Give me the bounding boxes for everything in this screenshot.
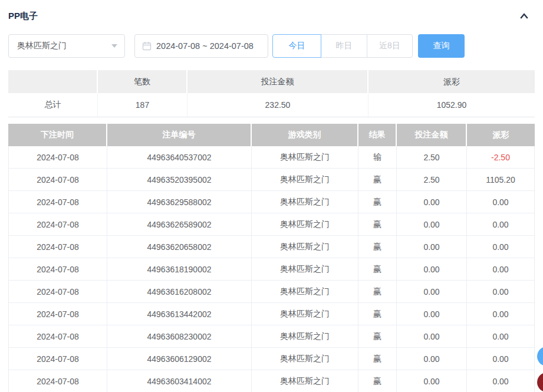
col-header-order-id: 注单编号 [107, 124, 252, 146]
summary-total-label: 总计 [8, 93, 98, 117]
bet-amount-cell: 0.00 [397, 236, 467, 258]
col-header-bet-time: 下注时间 [8, 124, 107, 146]
order-id-cell: 44963613442002 [107, 303, 252, 325]
query-button[interactable]: 查询 [418, 34, 465, 58]
order-id-cell: 44963626589002 [107, 213, 252, 235]
bet-time-cell: 2024-07-08 [9, 258, 107, 280]
game-type-cell: 奥林匹斯之门 [252, 169, 358, 190]
summary-count-value: 187 [98, 93, 187, 117]
result-cell: 赢 [358, 281, 397, 302]
payout-cell: 0.00 [467, 303, 534, 325]
col-header-bet-amount: 投注金额 [397, 124, 467, 146]
collapse-button[interactable] [517, 9, 531, 23]
bet-table-body: 2024-07-0844963640537002奥林匹斯之门输2.50-2.50… [8, 146, 535, 392]
result-cell: 赢 [358, 258, 397, 280]
bet-time-cell: 2024-07-08 [9, 236, 107, 258]
pp-report-panel: PP电子 奥林匹斯之门 2024-07-08 ~ 2024-07-08 今日 昨… [0, 0, 543, 392]
game-type-cell: 奥林匹斯之门 [252, 303, 358, 325]
bet-amount-cell: 0.00 [397, 213, 467, 235]
payout-cell: 0.00 [467, 370, 534, 392]
table-header-row: 下注时间 注单编号 游戏类别 结果 投注金额 派彩 [8, 124, 535, 146]
game-type-cell: 奥林匹斯之门 [252, 370, 358, 392]
bet-time-cell: 2024-07-08 [9, 191, 107, 213]
table-row: 2024-07-0844963603414002奥林匹斯之门赢0.000.00 [9, 370, 534, 392]
order-id-cell: 44963616208002 [107, 281, 252, 302]
result-cell: 赢 [358, 348, 397, 370]
bet-amount-cell: 0.00 [397, 258, 467, 280]
summary-header-bet-amount: 投注金额 [187, 70, 368, 93]
bet-amount-cell: 0.00 [397, 370, 467, 392]
summary-header-payout: 派彩 [368, 70, 535, 93]
order-id-cell: 44963640537002 [107, 146, 252, 168]
table-row: 2024-07-0844963629588002奥林匹斯之门赢0.000.00 [9, 191, 534, 213]
date-range-value: 2024-07-08 ~ 2024-07-08 [156, 41, 254, 51]
summary-payout-value: 1052.90 [368, 93, 535, 117]
game-type-cell: 奥林匹斯之门 [252, 348, 358, 370]
calendar-icon [142, 41, 152, 51]
payout-cell: 0.00 [467, 348, 534, 370]
bet-amount-cell: 0.00 [397, 325, 467, 347]
filter-bar: 奥林匹斯之门 2024-07-08 ~ 2024-07-08 今日 昨日 近8日… [8, 34, 535, 58]
bet-amount-cell: 0.00 [397, 191, 467, 213]
date-range-input[interactable]: 2024-07-08 ~ 2024-07-08 [134, 34, 268, 58]
bet-records-table: 下注时间 注单编号 游戏类别 结果 投注金额 派彩 2024-07-084496… [8, 124, 535, 392]
summary-header-row: 笔数 投注金额 派彩 [8, 70, 535, 93]
yesterday-button[interactable]: 昨日 [321, 34, 367, 58]
order-id-cell: 44963629588002 [107, 191, 252, 213]
table-row: 2024-07-0844963620658002奥林匹斯之门赢0.000.00 [9, 236, 534, 258]
result-cell: 赢 [358, 191, 397, 213]
game-type-cell: 奥林匹斯之门 [252, 281, 358, 302]
payout-cell: -2.50 [467, 146, 534, 168]
result-cell: 输 [358, 146, 397, 168]
summary-bet-amount-value: 232.50 [187, 93, 368, 117]
table-row: 2024-07-0844963608230002奥林匹斯之门赢0.000.00 [9, 325, 534, 348]
last-8-days-button[interactable]: 近8日 [367, 34, 413, 58]
col-header-game-type: 游戏类别 [252, 124, 358, 146]
chevron-up-icon [519, 11, 529, 21]
result-cell: 赢 [358, 213, 397, 235]
page-title: PP电子 [8, 11, 38, 22]
game-type-cell: 奥林匹斯之门 [252, 236, 358, 258]
bet-time-cell: 2024-07-08 [9, 348, 107, 370]
summary-total-row: 总计 187 232.50 1052.90 [8, 93, 535, 117]
table-row: 2024-07-0844963520395002奥林匹斯之门赢2.501105.… [9, 169, 534, 191]
table-row: 2024-07-0844963640537002奥林匹斯之门输2.50-2.50 [9, 146, 534, 169]
result-cell: 赢 [358, 236, 397, 258]
chevron-down-icon [111, 44, 117, 48]
order-id-cell: 44963606129002 [107, 348, 252, 370]
payout-cell: 0.00 [467, 191, 534, 213]
game-select-value: 奥林匹斯之门 [17, 41, 67, 51]
order-id-cell: 44963608230002 [107, 325, 252, 347]
result-cell: 赢 [358, 169, 397, 190]
summary-header-count: 笔数 [98, 70, 187, 93]
game-select[interactable]: 奥林匹斯之门 [8, 34, 125, 58]
panel-header: PP电子 [8, 8, 535, 24]
summary-header-empty [8, 70, 98, 93]
payout-cell: 0.00 [467, 236, 534, 258]
table-row: 2024-07-0844963618190002奥林匹斯之门赢0.000.00 [9, 258, 534, 281]
table-row: 2024-07-0844963606129002奥林匹斯之门赢0.000.00 [9, 348, 534, 370]
bet-time-cell: 2024-07-08 [9, 146, 107, 168]
payout-cell: 0.00 [467, 213, 534, 235]
bet-time-cell: 2024-07-08 [9, 303, 107, 325]
col-header-payout: 派彩 [467, 124, 535, 146]
game-type-cell: 奥林匹斯之门 [252, 191, 358, 213]
bet-amount-cell: 0.00 [397, 348, 467, 370]
payout-cell: 0.00 [467, 281, 534, 302]
bet-time-cell: 2024-07-08 [9, 213, 107, 235]
order-id-cell: 44963603414002 [107, 370, 252, 392]
result-cell: 赢 [358, 303, 397, 325]
order-id-cell: 44963520395002 [107, 169, 252, 190]
quick-range-group: 今日 昨日 近8日 [272, 34, 413, 58]
table-row: 2024-07-0844963626589002奥林匹斯之门赢0.000.00 [9, 213, 534, 236]
bet-time-cell: 2024-07-08 [9, 325, 107, 347]
result-cell: 赢 [358, 325, 397, 347]
game-type-cell: 奥林匹斯之门 [252, 325, 358, 347]
bet-amount-cell: 0.00 [397, 303, 467, 325]
today-button[interactable]: 今日 [272, 34, 321, 58]
result-cell: 赢 [358, 370, 397, 392]
table-row: 2024-07-0844963613442002奥林匹斯之门赢0.000.00 [9, 303, 534, 325]
order-id-cell: 44963618190002 [107, 258, 252, 280]
bet-amount-cell: 0.00 [397, 281, 467, 302]
bet-amount-cell: 2.50 [397, 146, 467, 168]
